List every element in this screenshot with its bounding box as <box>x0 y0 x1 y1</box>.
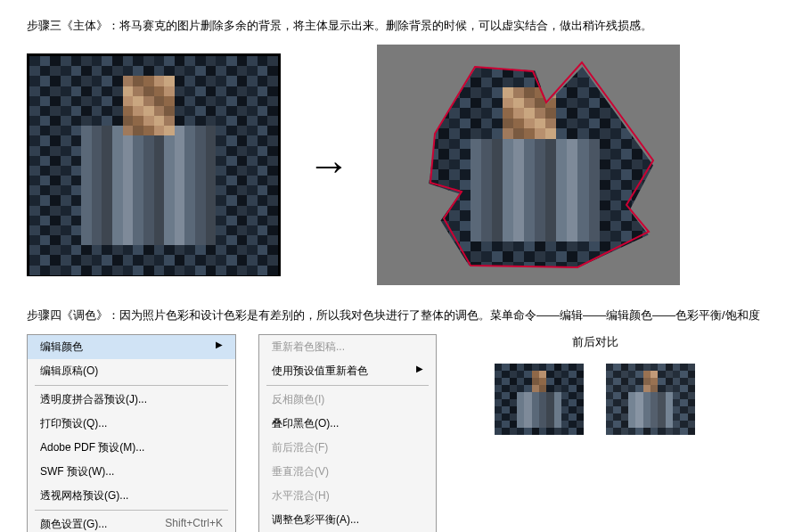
arrow-icon: → <box>307 141 350 190</box>
photo-after <box>377 45 680 285</box>
menu-item-label: 编辑颜色 <box>40 340 83 353</box>
menu-divider <box>35 510 228 511</box>
menu-divider <box>266 385 429 386</box>
menu-shortcut: Shift+Ctrl+K <box>165 517 223 529</box>
menu-item[interactable]: 重新着色图稿... <box>259 335 436 359</box>
compare-after-thumb <box>606 364 695 435</box>
menu-item-label: Adobe PDF 预设(M)... <box>40 441 144 454</box>
menu-item[interactable]: SWF 预设(W)... <box>28 460 235 484</box>
menu-item[interactable]: 透明度拼合器预设(J)... <box>28 388 235 412</box>
menu-item-label: 透明度拼合器预设(J)... <box>40 393 147 405</box>
menu-item[interactable]: Adobe PDF 预设(M)... <box>28 436 235 460</box>
menu-item[interactable]: 水平混合(H) <box>259 484 436 508</box>
menu-item-label: 水平混合(H) <box>272 489 330 502</box>
photo-before <box>27 53 281 276</box>
menu-item[interactable]: 颜色设置(G)...Shift+Ctrl+K <box>28 512 235 532</box>
menu-item[interactable]: 叠印黑色(O)... <box>259 412 436 436</box>
menu-item[interactable]: 调整色彩平衡(A)... <box>259 508 436 532</box>
menu-item-label: 使用预设值重新着色 <box>272 364 368 377</box>
menu-item[interactable]: 编辑原稿(O) <box>28 359 235 383</box>
menu-item[interactable]: 垂直混合(V) <box>259 460 436 484</box>
submenu-arrow-icon: ▶ <box>416 364 423 373</box>
menu-item-label: 调整色彩平衡(A)... <box>272 513 359 526</box>
menu-item[interactable]: 透视网格预设(G)... <box>28 484 235 508</box>
menu-item-label: 反相颜色(I) <box>272 393 324 405</box>
menu-item-label: 透视网格预设(G)... <box>40 489 128 502</box>
menu-item-label: 颜色设置(G)... <box>40 518 107 530</box>
compare-before-thumb <box>495 364 584 435</box>
menu-item[interactable]: 使用预设值重新着色▶ <box>259 359 436 383</box>
menu-item[interactable]: 打印预设(Q)... <box>28 412 235 436</box>
menu-item[interactable]: 编辑颜色▶ <box>28 335 235 359</box>
step4-content: 编辑颜色▶编辑原稿(O)透明度拼合器预设(J)...打印预设(Q)...Adob… <box>27 334 775 532</box>
main-context-menu: 编辑颜色▶编辑原稿(O)透明度拼合器预设(J)...打印预设(Q)...Adob… <box>27 334 236 532</box>
menu-divider <box>35 385 228 386</box>
menu-item-label: 打印预设(Q)... <box>40 417 107 430</box>
compare-label: 前后对比 <box>495 334 695 350</box>
menu-item-label: 重新着色图稿... <box>272 340 345 353</box>
step3-text: 步骤三《主体》：将马赛克的图片删除多余的背景，将主体显示出来。删除背景的时候，可… <box>27 18 775 34</box>
menu-item-label: 叠印黑色(O)... <box>272 417 339 430</box>
menu-item-label: SWF 预设(W)... <box>40 465 114 478</box>
step4-text: 步骤四《调色》：因为照片色彩和设计色彩是有差别的，所以我对色块进行了整体的调色。… <box>27 307 775 323</box>
submenu-arrow-icon: ▶ <box>216 340 223 349</box>
menu-item-label: 垂直混合(V) <box>272 465 329 478</box>
menu-item[interactable]: 前后混合(F) <box>259 436 436 460</box>
menu-item-label: 前后混合(F) <box>272 441 328 454</box>
compare-section: 前后对比 <box>495 334 695 435</box>
menu-item-label: 编辑原稿(O) <box>40 364 98 377</box>
submenu: 重新着色图稿...使用预设值重新着色▶反相颜色(I)叠印黑色(O)...前后混合… <box>258 334 437 532</box>
step3-images-row: → <box>27 45 775 285</box>
menu-item[interactable]: 反相颜色(I) <box>259 388 436 412</box>
